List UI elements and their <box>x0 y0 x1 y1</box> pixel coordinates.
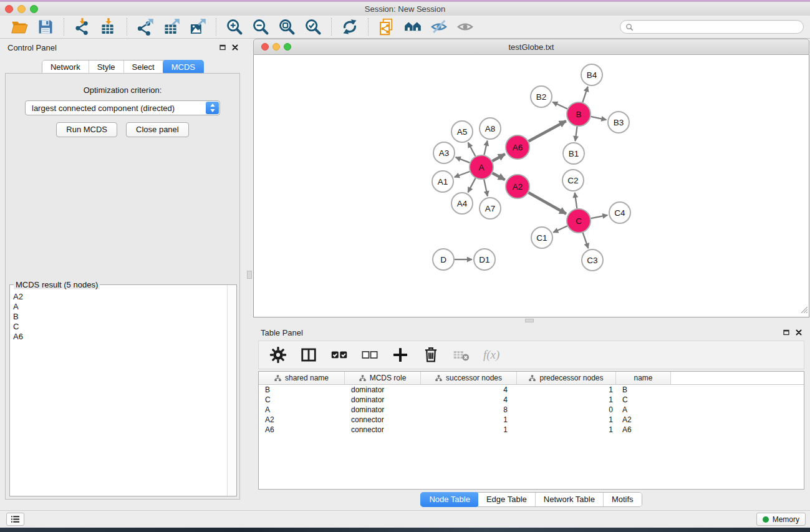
select-all-icon[interactable] <box>330 346 348 364</box>
refresh-layout-icon[interactable] <box>340 17 359 36</box>
table-cell[interactable]: 8 <box>421 405 517 414</box>
table-cell[interactable]: 1 <box>421 415 517 424</box>
table-cell[interactable]: B <box>259 385 345 394</box>
export-network-icon[interactable] <box>136 17 155 36</box>
table-cell[interactable]: connector <box>345 415 421 424</box>
table-cell[interactable]: 4 <box>421 385 517 394</box>
edge-B-B1[interactable] <box>576 127 577 141</box>
import-network-icon[interactable] <box>73 17 92 36</box>
close-panel-icon[interactable] <box>232 44 238 51</box>
table-cell[interactable]: 0 <box>517 405 616 414</box>
table-row[interactable]: A2connector11A2 <box>259 415 804 425</box>
table-row[interactable]: Cdominator41C <box>259 395 804 405</box>
table-cell[interactable]: C <box>259 395 345 404</box>
edge-C-C3[interactable] <box>583 233 589 248</box>
column-header-name[interactable]: name <box>616 372 671 384</box>
table-row[interactable]: Adominator80A <box>259 405 804 415</box>
float-table-panel-icon[interactable] <box>783 329 789 336</box>
close-panel-button[interactable]: Close panel <box>126 122 189 137</box>
edge-A6-B[interactable] <box>529 121 566 142</box>
memory-button[interactable]: Memory <box>756 513 806 526</box>
edge-A-A1[interactable] <box>455 172 470 177</box>
table-cell[interactable]: dominator <box>345 385 421 394</box>
tab-edge-table[interactable]: Edge Table <box>478 493 536 506</box>
edge-C-C1[interactable] <box>553 226 567 232</box>
edge-A-A7[interactable] <box>484 180 488 196</box>
zoom-in-icon[interactable] <box>225 17 244 36</box>
column-header-MCDS-role[interactable]: MCDS role <box>345 372 421 384</box>
table-cell[interactable]: dominator <box>345 405 421 414</box>
result-list-item[interactable]: C <box>13 322 227 332</box>
tab-node-table[interactable]: Node Table <box>420 492 479 507</box>
deselect-all-icon[interactable] <box>361 346 378 364</box>
result-list-item[interactable]: A2 <box>13 292 227 302</box>
table-cell[interactable]: A <box>259 405 345 414</box>
show-all-icon[interactable] <box>456 17 475 36</box>
table-cell[interactable]: 4 <box>421 395 517 404</box>
search-box[interactable] <box>620 20 804 34</box>
table-cell[interactable]: 1 <box>517 385 616 394</box>
import-table-icon[interactable] <box>99 17 118 36</box>
splitter-handle-horizontal[interactable] <box>525 319 534 322</box>
split-panel-icon[interactable] <box>300 346 317 364</box>
result-list-item[interactable]: B <box>13 312 227 322</box>
table-cell[interactable]: A <box>616 405 671 414</box>
search-input[interactable] <box>637 22 798 31</box>
optimization-criterion-dropdown[interactable]: largest connected component (directed) <box>25 100 220 115</box>
table-cell[interactable]: connector <box>345 425 421 434</box>
delete-column-icon[interactable] <box>422 346 440 364</box>
tab-motifs[interactable]: Motifs <box>604 493 642 506</box>
tab-network[interactable]: Network <box>42 60 89 74</box>
zoom-out-icon[interactable] <box>251 17 270 36</box>
save-session-icon[interactable] <box>36 17 55 36</box>
edge-A-A6[interactable] <box>493 154 505 161</box>
table-row[interactable]: Bdominator41B <box>259 385 804 395</box>
float-panel-icon[interactable] <box>219 44 226 51</box>
table-cell[interactable]: B <box>616 385 671 394</box>
edge-A-A5[interactable] <box>468 143 476 157</box>
table-cell[interactable]: A2 <box>259 415 345 424</box>
network-canvas[interactable]: A5A8A3A1A4A7AA6A2BB2B4B3B1CC2C4C1C3DD1 <box>253 55 809 317</box>
edge-A-A8[interactable] <box>484 141 487 155</box>
tab-select[interactable]: Select <box>124 60 163 74</box>
task-history-button[interactable] <box>6 513 24 526</box>
open-file-icon[interactable] <box>10 17 29 36</box>
table-cell[interactable]: 1 <box>517 395 616 404</box>
table-cell[interactable]: dominator <box>345 395 421 404</box>
table-cell[interactable]: A6 <box>259 425 345 434</box>
edge-B-B2[interactable] <box>552 102 567 109</box>
run-mcds-button[interactable]: Run MCDS <box>56 122 117 137</box>
table-row[interactable]: A6connector11A6 <box>259 425 804 435</box>
edge-C-C4[interactable] <box>591 215 608 218</box>
hide-selection-icon[interactable] <box>430 17 448 36</box>
edge-A2-C[interactable] <box>528 193 566 214</box>
table-cell[interactable]: 1 <box>421 425 517 434</box>
table-cell[interactable]: A6 <box>616 425 671 434</box>
result-list-item[interactable]: A <box>13 302 227 312</box>
table-cell[interactable]: C <box>616 395 671 404</box>
export-image-icon[interactable] <box>188 17 207 36</box>
column-header-predecessor-nodes[interactable]: predecessor nodes <box>517 372 616 384</box>
edge-C-C2[interactable] <box>575 193 577 208</box>
close-table-panel-icon[interactable] <box>796 329 802 336</box>
table-cell[interactable]: 1 <box>517 425 616 434</box>
edge-B-B3[interactable] <box>591 117 607 120</box>
table-cell[interactable]: A2 <box>616 415 671 424</box>
edge-A-A2[interactable] <box>493 173 505 180</box>
zoom-fit-icon[interactable] <box>277 17 296 36</box>
edge-A-A4[interactable] <box>468 178 475 193</box>
new-network-from-selection-icon[interactable] <box>377 17 396 36</box>
edge-A-A3[interactable] <box>456 157 470 163</box>
result-scrollbar[interactable] <box>227 285 236 496</box>
export-table-icon[interactable] <box>162 17 181 36</box>
splitter-handle-vertical[interactable] <box>247 271 252 279</box>
settings-icon[interactable] <box>269 346 287 364</box>
column-header-successor-nodes[interactable]: successor nodes <box>421 372 517 384</box>
column-header-shared-name[interactable]: shared name <box>259 372 345 384</box>
first-neighbors-icon[interactable] <box>403 17 422 36</box>
dropdown-stepper-icon[interactable] <box>206 102 219 114</box>
resize-grip-icon[interactable] <box>799 304 808 316</box>
add-column-icon[interactable] <box>392 346 409 364</box>
tab-network-table[interactable]: Network Table <box>536 493 604 506</box>
tab-style[interactable]: Style <box>89 60 124 74</box>
